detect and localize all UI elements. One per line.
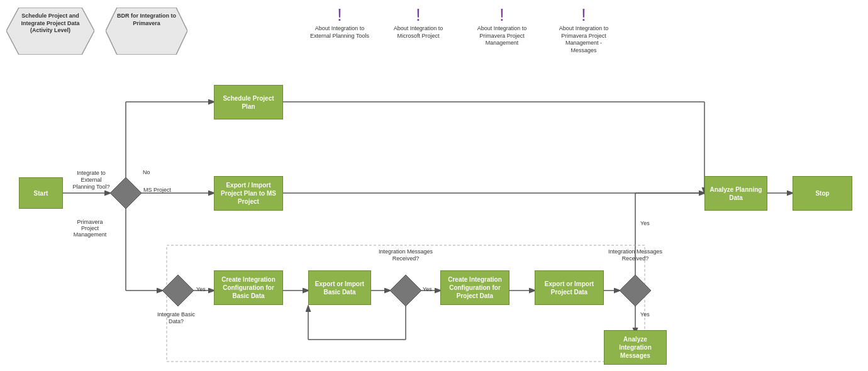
- diamond-messages2: [620, 275, 651, 306]
- exclaim-icon-4: !: [581, 6, 586, 24]
- schedule-node: Schedule Project Plan: [214, 85, 283, 119]
- diamond-basic-label: Integrate Basic Data?: [151, 311, 201, 325]
- svg-marker-27: [390, 275, 421, 306]
- svg-marker-28: [620, 275, 651, 306]
- exclaim-icon-2: !: [416, 6, 421, 24]
- label-primavera: Primavera Project Management: [68, 219, 112, 238]
- about-messages: ! About Integration to Primavera Project…: [552, 6, 615, 55]
- about4-label: About Integration to Primavera Project M…: [552, 25, 615, 55]
- diamond-basic: [162, 275, 194, 306]
- about1-label: About Integration to External Planning T…: [308, 25, 371, 40]
- label-no: No: [143, 169, 150, 175]
- label-ms: MS Project: [143, 187, 171, 193]
- create-basic-node: Create Integration Configuration for Bas…: [214, 270, 283, 305]
- label-yes3-top: Yes: [640, 220, 650, 226]
- start-node: Start: [19, 177, 63, 209]
- about-primavera: ! About Integration to Primavera Project…: [470, 6, 533, 47]
- about-msproject: ! About Integration to Microsoft Project: [387, 6, 450, 40]
- hexagon2-label: BDR for Integration to Primavera: [114, 13, 179, 27]
- about3-label: About Integration to Primavera Project M…: [470, 25, 533, 47]
- diamond-messages2-label: Integration Messages Received?: [604, 248, 667, 262]
- stop-node: Stop: [793, 176, 852, 211]
- export-project-node: Export or Import Project Data: [535, 270, 604, 305]
- analyze-messages-node: Analyze Integration Messages: [604, 330, 667, 365]
- export-basic-node: Export or Import Basic Data: [308, 270, 371, 305]
- hexagon-bdr: BDR for Integration to Primavera: [106, 8, 187, 55]
- svg-marker-25: [110, 177, 142, 209]
- diamond-external-label: Integrate to External Planning Tool?: [72, 170, 110, 190]
- hexagon1-label: Schedule Project and Integrate Project D…: [16, 13, 85, 35]
- hexagon-start: Schedule Project and Integrate Project D…: [6, 8, 94, 55]
- analyze-planning-node: Analyze Planning Data: [704, 176, 767, 211]
- create-project-node: Create Integration Configuration for Pro…: [440, 270, 509, 305]
- svg-marker-26: [162, 275, 194, 306]
- exclaim-icon-1: !: [337, 6, 342, 24]
- diagram: Schedule Project and Integrate Project D…: [0, 0, 868, 371]
- label-yes1: Yes: [196, 286, 206, 292]
- diamond-messages1: [390, 275, 421, 306]
- diamond-messages1-label: Integration Messages Received?: [371, 248, 440, 262]
- exclaim-icon-3: !: [499, 6, 504, 24]
- about2-label: About Integration to Microsoft Project: [387, 25, 450, 40]
- label-yes3-bottom: Yes: [640, 311, 650, 318]
- about-external: ! About Integration to External Planning…: [308, 6, 371, 40]
- diamond-external: [110, 177, 142, 209]
- label-yes2: Yes: [423, 286, 432, 292]
- export-ms-node: Export / Import Project Plan to MS Proje…: [214, 176, 283, 211]
